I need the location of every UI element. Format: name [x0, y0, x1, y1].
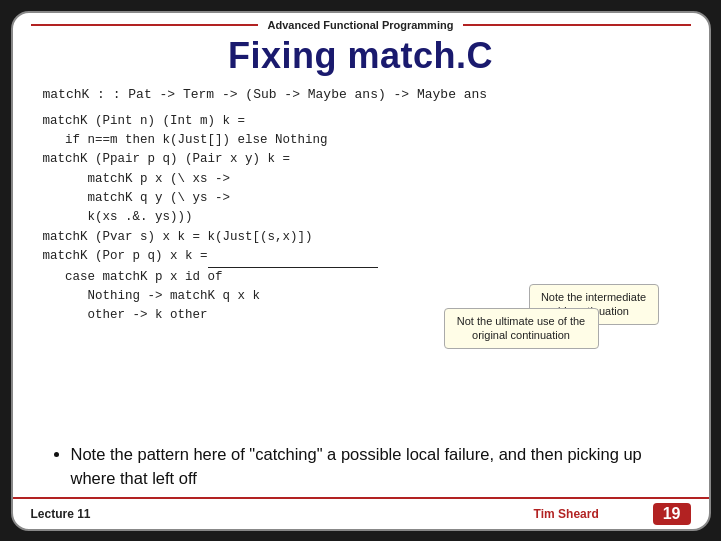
footer-author: Tim Sheard: [490, 507, 643, 521]
code-line-8: matchK (Por p q) x k =: [43, 247, 679, 267]
content-area: matchK : : Pat -> Term -> (Sub -> Maybe …: [13, 87, 709, 497]
top-bar-left-line: [31, 24, 258, 26]
code-line-2: if n==m then k(Just[]) else Nothing: [43, 131, 679, 150]
code-line-7: matchK (Pvar s) x k = k(Just[(s,x)]): [43, 228, 679, 247]
tooltip-not-ultimate: Not the ultimate use of the original con…: [444, 308, 599, 350]
code-line-5: matchK q y (\ ys ->: [43, 189, 679, 208]
footer-divider: [184, 513, 490, 515]
top-bar: Advanced Functional Programming: [13, 13, 709, 31]
topbar-title: Advanced Functional Programming: [258, 19, 464, 31]
code-block: matchK (Pint n) (Int m) k = if n==m then…: [43, 112, 679, 435]
code-line-1: matchK (Pint n) (Int m) k =: [43, 112, 679, 131]
bullet-section: Note the pattern here of "catching" a po…: [43, 443, 679, 491]
code-line-6: k(xs .&. ys))): [43, 208, 679, 227]
code-line-4: matchK p x (\ xs ->: [43, 170, 679, 189]
bottom-bar: Lecture 11 Tim Sheard 19: [13, 497, 709, 529]
footer-page-number: 19: [653, 503, 691, 525]
code-line-3: matchK (Ppair p q) (Pair x y) k =: [43, 150, 679, 169]
top-bar-right-line: [463, 24, 690, 26]
footer-lecture: Lecture 11: [31, 507, 184, 521]
slide-title: Fixing match.C: [13, 35, 709, 77]
bullet-item: Note the pattern here of "catching" a po…: [71, 443, 679, 491]
type-signature: matchK : : Pat -> Term -> (Sub -> Maybe …: [43, 87, 679, 102]
slide: Advanced Functional Programming Fixing m…: [11, 11, 711, 531]
